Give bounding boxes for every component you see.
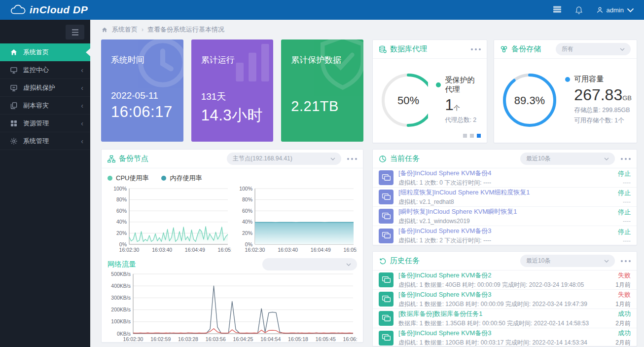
current-tasks-icon: [379, 155, 387, 163]
db-agent-legend: 受保护的代理: [436, 76, 482, 94]
vm-task-icon: [379, 190, 394, 204]
task-name-link[interactable]: [数据库备份]数据库备份任务1: [398, 309, 610, 318]
history-row: [备份]InCloud Sphere KVM备份3虚拟机: 1 数据量: 120…: [373, 328, 637, 347]
task-name-link[interactable]: [备份]InCloud Sphere KVM备份3: [398, 227, 613, 235]
svg-text:60%: 60%: [242, 208, 252, 214]
network-select[interactable]: [262, 258, 357, 270]
task-desc: 虚拟机: 1 次数: 0 下次运行时间: ----: [398, 179, 613, 187]
task-name-link[interactable]: [备份]InCloud Sphere KVM备份3: [398, 329, 610, 338]
db-agent-more-menu[interactable]: [471, 46, 481, 52]
sitemap-icon: [107, 155, 115, 163]
network-traffic-title: 网络流量: [107, 260, 136, 269]
sidebar-item-label: 系统管理: [23, 137, 49, 146]
stop-task-link[interactable]: 停止: [618, 228, 631, 236]
breadcrumb-separator: ›: [142, 26, 143, 33]
gear-icon: [10, 137, 18, 145]
storage-legend-label: 可用容量: [574, 75, 604, 84]
history-tasks-select[interactable]: 最近10条: [520, 255, 615, 267]
backup-storage-panel: 备份存储 所有 89.3% 可用容量 267.83GB: [494, 39, 637, 143]
legend-cpu: CPU使用率: [107, 174, 148, 183]
sidebar-item-system-mgmt[interactable]: 系统管理 ‹: [0, 132, 90, 150]
card-system-time: 系统时间 2022-05-11 16:06:17: [101, 39, 183, 142]
panel-title-text: 历史任务: [390, 256, 420, 266]
sidebar-collapse-button[interactable]: [66, 25, 84, 39]
breadcrumb: 系统首页 › 查看备份系统运行基本情况: [101, 20, 637, 39]
node-more-menu[interactable]: [347, 156, 357, 162]
sidebar-item-label: 系统首页: [23, 48, 49, 57]
vm-monitor-icon: [10, 84, 18, 92]
sidebar-item-monitor-center[interactable]: 监控中心 ‹: [0, 61, 90, 79]
pagination-dot[interactable]: [463, 134, 467, 138]
storage-select-value: 所有: [562, 45, 573, 53]
history-tasks-more-menu[interactable]: [621, 258, 631, 264]
sidebar-item-replica-dr[interactable]: 副本容灾 ‹: [0, 97, 90, 115]
svg-text:0%: 0%: [119, 241, 127, 247]
stop-task-link[interactable]: 停止: [618, 169, 631, 178]
svg-text:50%: 50%: [397, 94, 419, 107]
db-agent-total: 代理总数: 2: [445, 115, 482, 125]
current-tasks-more-menu[interactable]: [621, 156, 631, 162]
card-title: 累计运行: [201, 54, 264, 66]
task-name-link[interactable]: [备份]InCloud Sphere KVM备份3: [398, 290, 610, 299]
history-row: [数据库备份]数据库备份任务1数据库: 1 数据量: 1.35GB 耗时: 00…: [373, 309, 637, 328]
task-name-link[interactable]: [备份]InCloud Sphere KVM备份2: [398, 271, 610, 280]
task-sub: ----: [618, 237, 631, 244]
home-icon: [101, 27, 108, 33]
task-time: 1月前: [615, 281, 631, 289]
panel-title-text: 数据库代理: [390, 44, 427, 54]
history-tasks-panel: 历史任务 最近10条 [备份]InCloud Sphere KVM备份2虚拟机:…: [372, 251, 637, 347]
pagination-dot[interactable]: [470, 134, 474, 138]
cloud-icon: [10, 4, 27, 15]
storage-legend: 可用容量: [565, 75, 632, 84]
current-tasks-panel: 当前任务 最近10条 [备份]InCloud Sphere KVM备份4虚拟机:…: [372, 149, 637, 245]
shield-check-icon: [315, 39, 363, 92]
task-time: 1月前: [615, 300, 631, 308]
task-row: [备份]InCloud Sphere KVM备份3虚拟机: 1 次数: 2 下次…: [373, 226, 637, 245]
bar-chart-icon: [225, 39, 273, 92]
svg-text:16:04:49: 16:04:49: [311, 247, 331, 253]
history-icon: [379, 257, 387, 265]
svg-text:16:03:28: 16:03:28: [178, 336, 198, 342]
bell-icon[interactable]: [574, 6, 583, 14]
vm-task-icon: [379, 209, 394, 224]
current-tasks-select-value: 最近10条: [526, 154, 550, 163]
db-agent-donut: 50%: [381, 73, 428, 128]
storage-select[interactable]: 所有: [556, 43, 631, 55]
app-window: inCloud DP admin 系统首页 监控中心 ‹: [0, 0, 644, 347]
chevron-left-icon: ‹: [81, 84, 83, 92]
storage-count: 可用存储个数: 1个: [574, 116, 632, 126]
breadcrumb-home[interactable]: 系统首页: [112, 25, 138, 34]
svg-text:100%: 100%: [113, 186, 127, 192]
chevron-left-icon: ‹: [81, 102, 83, 110]
svg-text:200KB/s: 200KB/s: [111, 307, 131, 312]
stop-task-link[interactable]: 停止: [618, 189, 631, 197]
sidebar-item-home[interactable]: 系统首页: [0, 43, 90, 61]
history-row: [备份]InCloud Sphere KVM备份3虚拟机: 1 数据量: 120…: [373, 290, 637, 309]
svg-text:100KB/s: 100KB/s: [111, 318, 131, 324]
topbar: inCloud DP admin: [0, 0, 644, 20]
sidebar-item-vm-protection[interactable]: 虚拟机保护 ‹: [0, 79, 90, 97]
panel-title-text: 当前任务: [390, 154, 420, 163]
svg-text:60%: 60%: [116, 208, 127, 214]
stop-task-link[interactable]: 停止: [618, 208, 631, 217]
username: admin: [607, 6, 624, 14]
panel-title: 数据库代理: [379, 44, 427, 54]
task-name-link[interactable]: [备份]InCloud Sphere KVM备份4: [398, 169, 613, 178]
server-icon[interactable]: [553, 6, 562, 14]
svg-text:40%: 40%: [116, 219, 127, 225]
sidebar-item-label: 资源管理: [23, 119, 49, 128]
db-agent-legend-label: 受保护的代理: [445, 76, 482, 94]
svg-text:16:02:30: 16:02:30: [123, 336, 143, 342]
chevron-left-icon: ‹: [81, 137, 83, 145]
task-name-link[interactable]: [瞬时恢复]InCloud Sphere KVM瞬时恢复1: [398, 207, 613, 216]
node-select[interactable]: 主节点(192.168.94.41): [227, 153, 341, 165]
legend-memory: 内存使用率: [161, 174, 202, 183]
pagination-dot-active[interactable]: [477, 134, 481, 138]
sidebar-item-resource-mgmt[interactable]: 资源管理 ‹: [0, 115, 90, 132]
task-name-link[interactable]: [细粒度恢复]InCloud Sphere KVM细粒度恢复1: [398, 188, 613, 197]
user-menu[interactable]: admin: [596, 6, 634, 14]
user-icon: [596, 6, 604, 14]
card-title: 系统时间: [111, 54, 174, 66]
current-tasks-select[interactable]: 最近10条: [520, 153, 615, 165]
vm-task-icon: [379, 229, 394, 243]
